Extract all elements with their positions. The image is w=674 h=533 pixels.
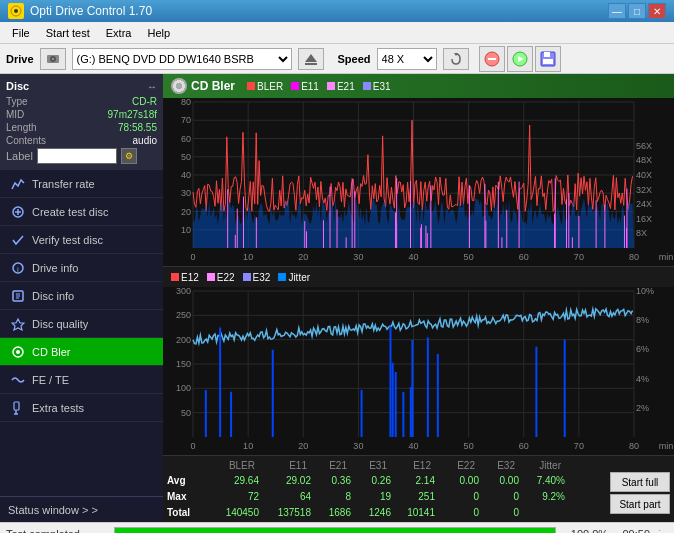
svg-point-26 bbox=[16, 350, 20, 354]
speed-select[interactable]: 48 X bbox=[377, 48, 437, 70]
legend-e11: E11 bbox=[291, 81, 319, 92]
disc-contents-label: Contents bbox=[6, 135, 46, 146]
disc-panel: Disc ↔ Type CD-R MID 97m27s18f Length 78… bbox=[0, 74, 163, 170]
drive-icon bbox=[40, 48, 66, 70]
transfer-rate-icon bbox=[10, 176, 26, 192]
legend-bler-dot bbox=[247, 82, 255, 90]
toolbar-icons bbox=[479, 46, 561, 72]
minimize-button[interactable]: — bbox=[608, 3, 626, 19]
nav-verify-test-disc[interactable]: Verify test disc bbox=[0, 226, 163, 254]
disc-arrow-button[interactable]: ↔ bbox=[147, 81, 157, 92]
svg-point-4 bbox=[52, 58, 54, 60]
window-controls: — □ ✕ bbox=[608, 3, 666, 19]
stats-col-e22: E22 bbox=[431, 460, 475, 471]
stats-col-e11: E11 bbox=[255, 460, 307, 471]
top-chart-canvas bbox=[163, 98, 674, 266]
title-bar: Opti Drive Control 1.70 — □ ✕ bbox=[0, 0, 674, 22]
progress-percent: 100.0% bbox=[564, 528, 614, 534]
start-full-button[interactable]: Start full bbox=[610, 472, 670, 492]
legend-e21-dot bbox=[327, 82, 335, 90]
drive-bar: Drive (G:) BENQ DVD DD DW1640 BSRB Speed… bbox=[0, 44, 674, 74]
cd-disc-icon bbox=[171, 78, 187, 94]
disc-contents-value: audio bbox=[133, 135, 157, 146]
nav-disc-info[interactable]: Disc info bbox=[0, 282, 163, 310]
legend-e32: E32 bbox=[243, 272, 271, 283]
eject-button[interactable] bbox=[298, 48, 324, 70]
extra-tests-icon bbox=[10, 400, 26, 416]
refresh-button[interactable] bbox=[443, 48, 469, 70]
resize-grip[interactable]: ⋱ bbox=[658, 528, 668, 533]
nav-create-test-disc[interactable]: Create test disc bbox=[0, 198, 163, 226]
stats-avg-e12: 2.14 bbox=[391, 475, 435, 486]
disc-label-button[interactable]: ⚙ bbox=[121, 148, 137, 164]
speed-label: Speed bbox=[338, 53, 371, 65]
svg-text:i: i bbox=[17, 265, 19, 274]
bottom-legend-bar: E12 E22 E32 Jitter bbox=[163, 267, 674, 287]
stats-max-jitter: 9.2% bbox=[519, 491, 565, 502]
status-window-button[interactable]: Status window > > bbox=[0, 496, 163, 522]
nav-items: Transfer rate Create test disc Verify te… bbox=[0, 170, 163, 496]
menu-start-test[interactable]: Start test bbox=[38, 25, 98, 41]
stats-max-e31: 19 bbox=[351, 491, 391, 502]
chart-header: CD Bler BLER E11 E21 E31 bbox=[163, 74, 674, 98]
disc-label-label: Label bbox=[6, 150, 33, 162]
legend-e22-dot bbox=[207, 273, 215, 281]
stats-avg-row: Avg 29.64 29.02 0.36 0.26 2.14 0.00 0.00… bbox=[163, 472, 674, 488]
disc-mid-label: MID bbox=[6, 109, 24, 120]
svg-point-1 bbox=[14, 9, 18, 13]
legend-e31-dot bbox=[363, 82, 371, 90]
legend-e12-dot bbox=[171, 273, 179, 281]
disc-label-input[interactable] bbox=[37, 148, 117, 164]
stats-avg-e22: 0.00 bbox=[435, 475, 479, 486]
legend-e32-dot bbox=[243, 273, 251, 281]
legend-jitter-dot bbox=[278, 273, 286, 281]
drive-info-icon: i bbox=[10, 260, 26, 276]
rip-button[interactable] bbox=[507, 46, 533, 72]
svg-marker-24 bbox=[12, 319, 24, 330]
progress-bar bbox=[114, 527, 556, 534]
stats-max-bler: 72 bbox=[207, 491, 259, 502]
menu-help[interactable]: Help bbox=[139, 25, 178, 41]
start-part-button[interactable]: Start part bbox=[610, 494, 670, 514]
save-button[interactable] bbox=[535, 46, 561, 72]
nav-fe-te[interactable]: FE / TE bbox=[0, 366, 163, 394]
stats-total-e22: 0 bbox=[435, 507, 479, 518]
menu-extra[interactable]: Extra bbox=[98, 25, 140, 41]
legend-e31: E31 bbox=[363, 81, 391, 92]
disc-panel-title: Disc bbox=[6, 80, 29, 92]
nav-drive-info[interactable]: i Drive info bbox=[0, 254, 163, 282]
nav-cd-bler[interactable]: CD Bler bbox=[0, 338, 163, 366]
maximize-button[interactable]: □ bbox=[628, 3, 646, 19]
stats-total-label: Total bbox=[167, 507, 207, 518]
disc-length-value: 78:58.55 bbox=[118, 122, 157, 133]
stats-total-bler: 140450 bbox=[207, 507, 259, 518]
bottom-chart-canvas bbox=[163, 287, 674, 455]
stats-col-e31: E31 bbox=[347, 460, 387, 471]
stats-total-e12: 10141 bbox=[391, 507, 435, 518]
stats-max-row: Max 72 64 8 19 251 0 0 9.2% bbox=[163, 488, 674, 504]
stats-col-e32: E32 bbox=[475, 460, 515, 471]
fe-te-icon bbox=[10, 372, 26, 388]
content-area: CD Bler BLER E11 E21 E31 bbox=[163, 74, 674, 522]
top-chart-container bbox=[163, 98, 674, 267]
stats-header-row: BLER E11 E21 E31 E12 E22 E32 Jitter bbox=[163, 458, 674, 472]
stats-avg-jitter: 7.40% bbox=[519, 475, 565, 486]
nav-disc-quality[interactable]: Disc quality bbox=[0, 310, 163, 338]
nav-extra-tests[interactable]: Extra tests bbox=[0, 394, 163, 422]
disc-quality-icon bbox=[10, 316, 26, 332]
legend-e12: E12 bbox=[171, 272, 199, 283]
drive-select[interactable]: (G:) BENQ DVD DD DW1640 BSRB bbox=[72, 48, 292, 70]
stats-max-label: Max bbox=[167, 491, 207, 502]
app-icon bbox=[8, 3, 24, 19]
stats-avg-e31: 0.26 bbox=[351, 475, 391, 486]
legend-e11-dot bbox=[291, 82, 299, 90]
chart-title: CD Bler bbox=[191, 79, 235, 93]
legend-bler: BLER bbox=[247, 81, 283, 92]
nav-transfer-rate[interactable]: Transfer rate bbox=[0, 170, 163, 198]
close-button[interactable]: ✕ bbox=[648, 3, 666, 19]
elapsed-time: 09:59 bbox=[622, 528, 650, 534]
erase-button[interactable] bbox=[479, 46, 505, 72]
svg-rect-6 bbox=[305, 63, 317, 65]
stats-max-e32: 0 bbox=[479, 491, 519, 502]
menu-file[interactable]: File bbox=[4, 25, 38, 41]
